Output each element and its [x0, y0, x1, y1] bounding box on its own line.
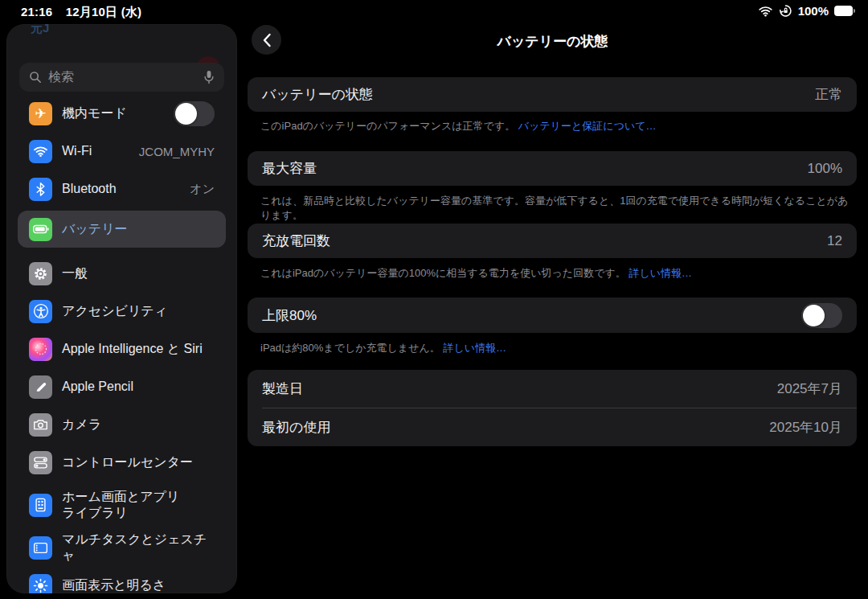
sidebar-item-battery[interactable]: バッテリー [18, 211, 226, 248]
page-title: バッテリーの状態 [237, 32, 868, 51]
brightness-icon [29, 574, 52, 594]
gear-icon [29, 262, 52, 285]
sidebar-item-general[interactable]: 一般 [18, 257, 226, 289]
sidebar-item-label: 機内モード [62, 105, 174, 121]
mic-icon[interactable] [203, 70, 215, 84]
camera-icon [29, 413, 52, 437]
sidebar-item-label: Wi-Fi [62, 143, 139, 159]
status-time: 21:16 [21, 5, 52, 18]
sidebar-item-wifi[interactable]: Wi-Fi JCOM_MYHY [18, 135, 226, 167]
home-screen-icon [29, 494, 52, 517]
pencil-icon [29, 375, 52, 399]
max-capacity-row: 最大容量 100% [248, 151, 857, 186]
accessibility-icon [29, 300, 52, 323]
row-value: 100% [808, 161, 842, 177]
sidebar-item-multitasking[interactable]: マルチタスクとジェスチャ [18, 531, 226, 564]
footnote-text: iPadは約80%までしか充電しません。 [260, 342, 440, 354]
charge-limit-learn-more-link[interactable]: 詳しい情報… [443, 342, 506, 354]
status-bar: 21:16 12月10日 (水) 100% [0, 0, 868, 23]
row-value: 2025年7月 [777, 380, 842, 398]
sidebar-item-label: 画面表示と明るさ [62, 577, 215, 593]
sidebar-item-control-center[interactable]: コントロールセンター [18, 446, 226, 478]
status-time-date: 21:16 12月10日 (水) [21, 5, 141, 20]
battery-health-card: バッテリーの状態 正常 [248, 77, 857, 112]
row-value: 2025年10月 [769, 418, 842, 437]
battery-warranty-link[interactable]: バッテリーと保証について… [518, 120, 657, 132]
charge-limit-row: 上限80% [248, 297, 857, 333]
sidebar-item-label: 一般 [62, 265, 215, 281]
row-label: 製造日 [262, 380, 777, 398]
battery-status-icon [834, 6, 855, 16]
sidebar-item-home-screen[interactable]: ホーム画面とアプリライブラリ [18, 484, 226, 526]
row-label: 最大容量 [262, 159, 808, 178]
sidebar-item-label: ホーム画面とアプリライブラリ [62, 489, 215, 521]
charge-limit-card: 上限80% [248, 297, 857, 333]
wifi-status-icon [758, 6, 773, 17]
cycle-count-footnote: これはiPadのバッテリー容量の100%に相当する電力を使い切った回数です。 詳… [260, 266, 855, 281]
first-use-row: 最初の使用 2025年10月 [248, 408, 857, 446]
ipad-settings-screen: 21:16 12月10日 (水) 100% [0, 0, 868, 599]
sidebar-item-label: コントロールセンター [62, 454, 215, 470]
row-label: 充放電回数 [262, 232, 827, 250]
footnote-text: これは、新品時と比較したバッテリー容量の基準です。容量が低下すると、1回の充電で… [260, 195, 848, 221]
row-label: 上限80% [262, 306, 801, 325]
sidebar-item-apple-pencil[interactable]: Apple Pencil [18, 371, 226, 403]
airplane-mode-toggle[interactable] [174, 101, 215, 126]
battery-health-row: バッテリーの状態 正常 [248, 77, 857, 112]
cycle-count-row: 充放電回数 12 [248, 224, 857, 258]
sidebar-item-label: Apple Pencil [62, 379, 215, 395]
battery-percent-text: 100% [798, 4, 829, 18]
wifi-network-value: JCOM_MYHY [139, 145, 215, 158]
apple-intelligence-icon [29, 338, 52, 361]
dates-card: 製造日 2025年7月 最初の使用 2025年10月 [248, 370, 857, 446]
search-field[interactable]: 検索 [19, 63, 224, 92]
sidebar-item-label: カメラ [62, 416, 215, 433]
battery-health-footnote: このiPadのバッテリーのパフォーマンスは正常です。 バッテリーと保証について… [260, 119, 855, 133]
limit-80-toggle[interactable] [801, 303, 842, 328]
search-icon [29, 71, 42, 84]
battery-icon [29, 218, 52, 241]
multitask-icon [29, 536, 52, 560]
bluetooth-value: オン [190, 182, 215, 197]
row-value: 正常 [815, 85, 842, 104]
wifi-icon [29, 140, 52, 163]
search-placeholder: 検索 [48, 69, 203, 86]
orientation-lock-icon [779, 4, 792, 18]
sidebar-item-label: Bluetooth [62, 181, 190, 197]
row-label: 最初の使用 [262, 418, 769, 437]
airplane-icon: ✈ [29, 102, 52, 125]
cycle-count-learn-more-link[interactable]: 詳しい情報… [628, 267, 692, 279]
row-value: 12 [827, 233, 842, 249]
battery-health-pane: バッテリーの状態 バッテリーの状態 正常 このiPadのバッテリーのパフォーマン… [237, 23, 868, 599]
cycle-count-card: 充放電回数 12 [248, 224, 857, 258]
footnote-text: これはiPadのバッテリー容量の100%に相当する電力を使い切った回数です。 [260, 267, 626, 279]
sidebar-item-bluetooth[interactable]: Bluetooth オン [18, 173, 226, 205]
settings-sidebar: 元J 検索 ✈ 機内モード [6, 24, 237, 593]
sidebar-item-airplane-mode[interactable]: ✈ 機内モード [18, 97, 226, 129]
sidebar-item-label: マルチタスクとジェスチャ [62, 531, 215, 564]
manufacture-date-row: 製造日 2025年7月 [248, 370, 857, 408]
charge-limit-footnote: iPadは約80%までしか充電しません。 詳しい情報… [260, 341, 855, 355]
sidebar-item-label: アクセシビリティ [62, 303, 215, 319]
control-center-icon [29, 451, 52, 474]
max-capacity-card: 最大容量 100% [248, 151, 857, 186]
max-capacity-footnote: これは、新品時と比較したバッテリー容量の基準です。容量が低下すると、1回の充電で… [260, 194, 855, 223]
sidebar-item-accessibility[interactable]: アクセシビリティ [18, 295, 226, 327]
footnote-text: このiPadのバッテリーのパフォーマンスは正常です。 [260, 120, 515, 132]
scrolled-content-fragment: 元J [31, 24, 49, 36]
sidebar-item-apple-intelligence-siri[interactable]: Apple Intelligence と Siri [18, 333, 226, 365]
sidebar-item-display-brightness[interactable]: 画面表示と明るさ [18, 569, 226, 593]
row-label: バッテリーの状態 [262, 85, 815, 104]
sidebar-item-label: Apple Intelligence と Siri [62, 341, 215, 357]
sidebar-item-label: バッテリー [62, 221, 215, 237]
status-date: 12月10日 (水) [66, 5, 142, 18]
sidebar-item-camera[interactable]: カメラ [18, 408, 226, 441]
bluetooth-icon [29, 178, 52, 201]
